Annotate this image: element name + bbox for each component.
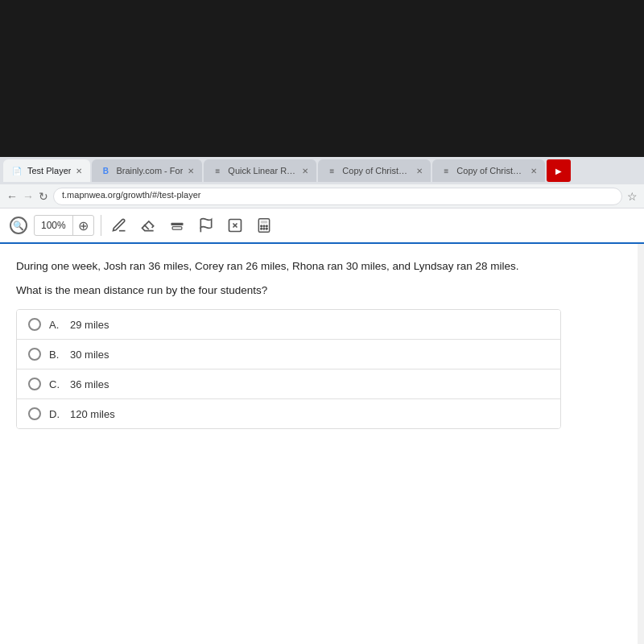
browser-frame: 📄 Test Player ✕ B Brainly.com - For ✕ ≡ …	[0, 157, 644, 644]
question-text: During one week, Josh ran 36 miles, Core…	[16, 258, 621, 275]
search-icon: 🔍	[13, 221, 24, 231]
tab-favicon-5: ≡	[440, 165, 452, 176]
radio-c[interactable]	[28, 378, 41, 390]
search-button[interactable]: 🔍	[10, 217, 27, 234]
option-d[interactable]: D. 120 miles	[17, 399, 560, 428]
calculator-button[interactable]	[253, 214, 275, 237]
zoom-control[interactable]: 100% ⊕	[34, 215, 94, 236]
radio-a[interactable]	[28, 318, 41, 331]
tab-label-2: Brainly.com - For	[116, 166, 183, 175]
svg-point-9	[263, 225, 265, 227]
svg-point-8	[261, 225, 262, 227]
tab-quick-linear[interactable]: ≡ Quick Linear Regr ✕	[204, 159, 316, 182]
eraser-icon	[140, 217, 156, 233]
tab-favicon-1: 📄	[11, 165, 23, 176]
calculator-icon	[256, 217, 272, 233]
tab-favicon-3: ≡	[212, 165, 223, 176]
toolbar-separator-1	[101, 215, 101, 236]
tab-close-4[interactable]: ✕	[416, 167, 423, 175]
flag-button[interactable]	[195, 214, 217, 237]
tab-label-5: Copy of Christoph	[456, 166, 526, 175]
svg-point-13	[266, 228, 267, 229]
svg-rect-7	[261, 221, 267, 223]
bookmark-icon[interactable]: ☆	[627, 190, 638, 203]
option-text-d: 120 miles	[70, 408, 115, 420]
tab-bar: 📄 Test Player ✕ B Brainly.com - For ✕ ≡ …	[0, 157, 644, 184]
svg-rect-1	[172, 227, 182, 229]
tab-favicon-4: ≡	[326, 165, 337, 176]
tab-copy-1[interactable]: ≡ Copy of Christoph ✕	[318, 159, 431, 182]
option-text-b: 30 miles	[70, 349, 109, 361]
toolbar: 🔍 100% ⊕	[0, 208, 644, 244]
nav-forward-icon[interactable]: →	[23, 190, 34, 203]
main-content: During one week, Josh ran 36 miles, Core…	[0, 244, 638, 644]
answer-options: A. 29 miles B. 30 miles C. 36 miles D. 1	[16, 309, 561, 429]
option-letter-a: A.	[49, 319, 62, 331]
radio-d[interactable]	[28, 407, 41, 420]
tab-label-1: Test Player	[27, 166, 71, 175]
zoom-level-label: 100%	[35, 216, 73, 235]
scrollbar[interactable]	[638, 244, 644, 644]
flag-icon	[198, 217, 214, 233]
tab-close-1[interactable]: ✕	[76, 167, 82, 175]
tab-video[interactable]: ▶	[547, 159, 571, 182]
svg-point-12	[263, 228, 265, 229]
option-c[interactable]: C. 36 miles	[17, 369, 560, 399]
option-a[interactable]: A. 29 miles	[17, 310, 560, 340]
pencil-icon	[111, 217, 127, 233]
cross-icon	[227, 217, 243, 233]
tab-favicon-2: B	[100, 165, 111, 176]
address-bar: ← → ↻ t.mapnwea.org/growth/#/test-player…	[0, 184, 644, 208]
radio-b[interactable]	[28, 348, 41, 361]
option-letter-b: B.	[49, 349, 62, 361]
tab-brainly[interactable]: B Brainly.com - For ✕	[92, 159, 202, 182]
tab-label-3: Quick Linear Regr	[228, 166, 297, 175]
main-content-wrapper: During one week, Josh ran 36 miles, Core…	[0, 244, 644, 644]
tab-close-3[interactable]: ✕	[302, 167, 308, 175]
svg-point-10	[266, 225, 267, 227]
zoom-plus-button[interactable]: ⊕	[73, 216, 93, 235]
tab-copy-2[interactable]: ≡ Copy of Christoph ✕	[432, 159, 545, 182]
question-prompt: What is the mean distance run by the fou…	[16, 284, 621, 296]
tab-close-2[interactable]: ✕	[188, 167, 194, 175]
nav-back-icon[interactable]: ←	[6, 190, 18, 203]
highlight-button[interactable]	[166, 214, 188, 237]
option-text-c: 36 miles	[70, 378, 109, 390]
svg-point-11	[261, 228, 262, 229]
pencil-button[interactable]	[108, 214, 130, 237]
eraser-button[interactable]	[137, 214, 159, 237]
cross-button[interactable]	[224, 214, 246, 237]
tab-close-5[interactable]: ✕	[530, 167, 537, 175]
option-text-a: 29 miles	[70, 319, 109, 331]
option-letter-c: C.	[49, 378, 62, 390]
highlight-icon	[169, 217, 185, 233]
nav-refresh-icon[interactable]: ↻	[39, 190, 48, 203]
tab-favicon-6: ▶	[553, 165, 564, 176]
option-b[interactable]: B. 30 miles	[17, 340, 560, 369]
svg-rect-0	[171, 223, 183, 225]
tab-label-4: Copy of Christoph	[342, 166, 411, 175]
url-bar[interactable]: t.mapnwea.org/growth/#/test-player	[53, 188, 622, 205]
tab-test-player[interactable]: 📄 Test Player ✕	[3, 159, 90, 182]
option-letter-d: D.	[49, 408, 62, 420]
